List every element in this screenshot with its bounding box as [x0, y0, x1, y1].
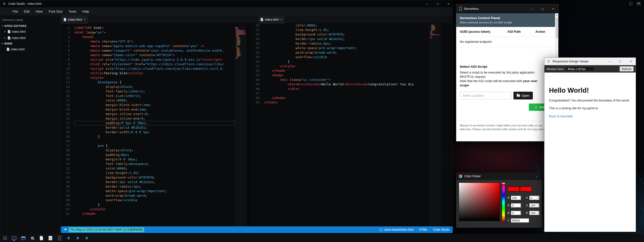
code-line[interactable]: display:block; — [74, 148, 234, 153]
code-line[interactable]: <title>Testing Site</title> — [74, 71, 234, 76]
close-button[interactable]: × — [444, 0, 453, 7]
code-line[interactable]: word-wrap:break-word; — [264, 50, 429, 55]
line-number[interactable]: 43 — [251, 73, 260, 78]
code-line[interactable]: padding:0 5px 0 20px; — [74, 121, 234, 125]
back-to-aprintlab-link[interactable]: Back to Aprintlab — [549, 115, 631, 118]
code-line[interactable]: </head> — [264, 68, 429, 73]
line-number[interactable]: 39 — [251, 55, 260, 59]
menu-font-size[interactable]: Font Size — [46, 8, 65, 15]
close-file-icon[interactable]: × — [3, 30, 6, 33]
line-number[interactable]: 6 — [61, 48, 70, 53]
start-grid-icon[interactable] — [2, 235, 8, 241]
maximize-button[interactable]: □ — [434, 0, 442, 7]
line-number[interactable]: 36 — [61, 184, 70, 189]
code-line[interactable]: <body> — [264, 73, 429, 78]
refresh-button[interactable]: Refresh — [620, 66, 634, 72]
status-file-path[interactable]: store:/www/index.html — [384, 228, 414, 231]
tab-index-html-right[interactable]: index.html × — [258, 15, 285, 24]
hue-cursor[interactable] — [502, 183, 505, 184]
code-line[interactable]: overflow:visible — [264, 55, 429, 59]
line-number[interactable]: 32 — [61, 166, 70, 171]
code-line[interactable]: line-height:1.45; — [264, 28, 429, 32]
window-size-value[interactable]: 361px x 627px — [566, 66, 594, 71]
line-number[interactable]: 13 — [61, 80, 70, 85]
line-numbers-right[interactable]: 323334353637383940414243444546474849 — [251, 24, 262, 226]
code-line[interactable]: margin-block-start:1em; — [74, 103, 234, 107]
scrollbar-thumb[interactable] — [556, 17, 558, 38]
code-line[interactable]: margin-inline-end:0; — [74, 116, 234, 121]
line-number[interactable]: 5 — [61, 44, 70, 48]
line-number[interactable]: 42 — [251, 68, 260, 73]
menu-tools[interactable]: Tools — [66, 8, 79, 15]
maximize-button[interactable]: □ — [616, 58, 625, 65]
saturation-value-picker[interactable] — [459, 183, 500, 221]
code-line[interactable]: <html lang="en"> — [74, 30, 234, 35]
line-number[interactable]: 37 — [251, 46, 260, 50]
code-line[interactable]: color:#999; — [74, 98, 234, 103]
code-line[interactable]: <script src="https://code.jquery.com/jqu… — [74, 57, 234, 62]
line-number[interactable]: 15 — [61, 89, 70, 94]
code-line[interactable]: background-color:#f9f9f9; — [264, 32, 429, 37]
code-line[interactable]: <meta name="apple-mobile-web-app-capable… — [74, 44, 234, 48]
main-titlebar[interactable]: Code Studio - index.html – □ × — [0, 0, 453, 7]
line-number[interactable]: 16 — [61, 94, 70, 98]
line-number[interactable]: 49 — [251, 100, 260, 105]
line-number[interactable]: 17 — [61, 98, 70, 103]
minimap-left[interactable] — [234, 26, 247, 226]
line-number[interactable]: 14 — [61, 85, 70, 89]
code-line[interactable]: font-family:inherit; — [74, 89, 234, 94]
line-number[interactable]: 39 — [61, 198, 70, 202]
code-line[interactable]: } — [74, 134, 234, 139]
line-number[interactable]: 38 — [61, 193, 70, 198]
line-number[interactable]: 24 — [61, 130, 70, 134]
code-line[interactable]: border:1px solid #e1e1e1; — [264, 37, 429, 41]
code-line[interactable] — [74, 139, 234, 144]
pane-divider[interactable] — [247, 24, 251, 226]
menu-file[interactable]: File — [10, 8, 21, 15]
code-line[interactable]: border-radius:2px; — [74, 184, 234, 189]
line-numbers-left[interactable]: 1234567891011121314151617181920212223242… — [61, 26, 72, 226]
line-number[interactable]: 34 — [251, 32, 260, 37]
code-studio-app-icon-3[interactable] — [84, 235, 90, 241]
color-picker-titlebar[interactable]: Color Picker – — [456, 172, 542, 180]
menu-icon[interactable] — [637, 2, 640, 5]
sidebar-section-open-editors[interactable]: ▾ OPEN EDITORS — [0, 23, 61, 28]
line-number[interactable]: 12 — [61, 76, 70, 80]
code-line[interactable]: margin-block-end:1em; — [74, 107, 234, 112]
code-line[interactable]: blockquote { — [74, 80, 234, 85]
code-line[interactable]: </style> — [74, 207, 234, 212]
code-line[interactable]: font-family:monospace; — [74, 162, 234, 166]
status-language[interactable]: HTML — [419, 228, 427, 231]
code-line[interactable]: } — [264, 59, 429, 64]
line-number[interactable]: 37 — [61, 189, 70, 193]
code-line[interactable]: <!DOCTYPE html> — [74, 26, 234, 30]
line-number[interactable]: 19 — [61, 107, 70, 112]
minimize-button[interactable]: – — [532, 172, 541, 180]
scroll-up-icon[interactable]: ▲ — [555, 13, 558, 17]
code-line[interactable]: <link rel="stylesheet" href="https://cdn… — [74, 62, 234, 66]
line-number[interactable]: 31 — [61, 162, 70, 166]
code-line[interactable]: <h1><br></h1><h1>Hello World!<br></h1><p… — [264, 82, 429, 87]
viewer-titlebar[interactable]: Responsive Design Viewer – □ × — [544, 58, 636, 65]
minimap-right[interactable] — [429, 24, 441, 226]
code-line[interactable]: </div> — [264, 87, 429, 91]
code-line[interactable]: overflow:visible — [74, 198, 234, 202]
code-line[interactable]: color:#666; — [74, 166, 234, 171]
code-line[interactable]: pre { — [74, 144, 234, 148]
line-number[interactable]: 25 — [61, 134, 70, 139]
code-line[interactable]: background-color:#f9f9f9; — [74, 175, 234, 180]
code-line[interactable]: line-height:1.45; — [74, 171, 234, 175]
code-content-right[interactable]: color:#666; line-height:1.45; background… — [262, 24, 429, 226]
line-number[interactable]: 21 — [61, 116, 70, 121]
code-line[interactable]: margin:0 0 10px; — [74, 157, 234, 162]
code-line[interactable]: border:1px solid #e1e1e1; — [74, 180, 234, 184]
line-number[interactable]: 20 — [61, 112, 70, 116]
minimize-button[interactable]: – — [423, 0, 432, 7]
hex-input[interactable] — [511, 218, 529, 223]
tree-item-index-html[interactable]: index.html — [0, 46, 61, 52]
code-line[interactable]: white-space:pre-wrap!important; — [264, 46, 429, 50]
code-line[interactable]: <head> — [74, 35, 234, 39]
code-line[interactable]: <meta charset="UTF-8"> — [74, 39, 234, 44]
line-number[interactable]: 46 — [251, 87, 260, 91]
close-file-icon[interactable]: × — [3, 36, 6, 40]
